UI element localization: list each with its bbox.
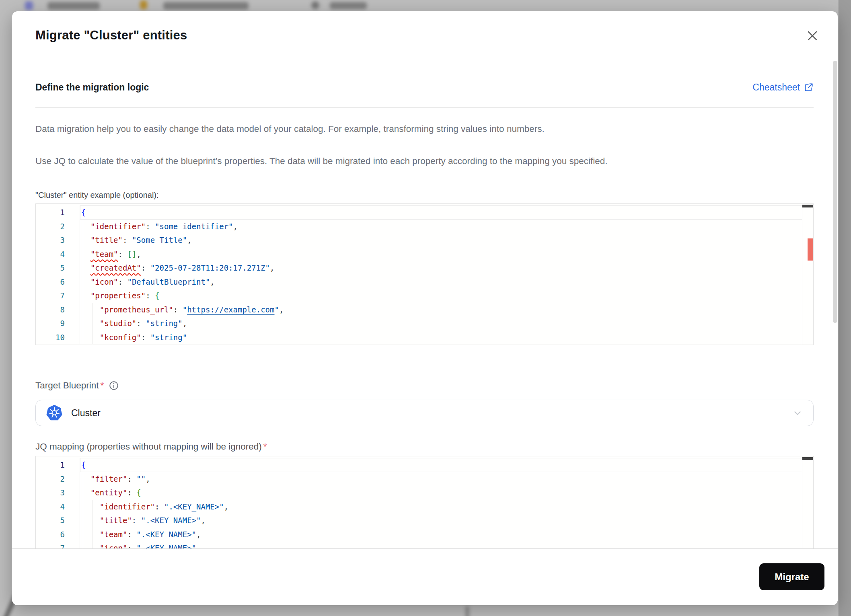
ruler-error-mark <box>808 238 813 261</box>
close-button[interactable] <box>806 29 819 43</box>
code-line: 4 "identifier": ".<KEY_NAME>", <box>36 500 802 514</box>
code-line: 3 "entity": { <box>36 486 802 500</box>
code-line: 6 "icon": "DefaultBlueprint", <box>36 275 802 289</box>
line-number: 1 <box>36 208 80 217</box>
line-number: 9 <box>36 319 80 328</box>
background-bottom-line <box>466 606 469 616</box>
section-divider <box>35 107 814 108</box>
jq-mapping-code-editor[interactable]: 1{2 "filter": "",3 "entity": {4 "identif… <box>35 456 814 548</box>
code-line: 8 "prometheus_url": "https://example.com… <box>36 303 802 317</box>
code-line: 7 "icon": ".<KEY_NAME>", <box>36 541 802 548</box>
modal-scrollbar-thumb[interactable] <box>833 61 837 323</box>
jq-mapping-label: JQ mapping (properties without mapping w… <box>35 441 262 452</box>
background-tab-label <box>47 2 100 10</box>
section-heading: Define the migration logic <box>35 82 149 93</box>
line-number: 4 <box>36 502 80 511</box>
line-number: 2 <box>36 222 80 231</box>
code-line: 6 "team": ".<KEY_NAME>", <box>36 528 802 542</box>
entity-example-label: "Cluster" entity example (optional): <box>35 191 814 200</box>
line-number: 6 <box>36 530 80 539</box>
target-blueprint-label: Target Blueprint <box>35 380 99 391</box>
code-line: 2 "filter": "", <box>36 472 802 486</box>
line-number: 7 <box>36 291 80 300</box>
code-line: 4 "team": [], <box>36 247 802 261</box>
migrate-button[interactable]: Migrate <box>759 563 824 590</box>
info-icon[interactable] <box>109 380 119 391</box>
code-line: 1{ <box>36 458 802 472</box>
editor-overview-ruler-2 <box>802 456 813 548</box>
background-search-label <box>330 2 367 9</box>
code-line: 10 "kconfig": "string" <box>36 331 802 345</box>
line-number: 5 <box>36 516 80 525</box>
line-number: 6 <box>36 277 80 286</box>
modal-body: Define the migration logic Cheatsheet Da… <box>12 59 838 548</box>
cheatsheet-label: Cheatsheet <box>752 82 800 93</box>
code-line: 5 "createdAt": "2025-07-28T11:20:17.271Z… <box>36 261 802 275</box>
migrate-entities-modal: Migrate "Cluster" entities Define the mi… <box>12 11 838 605</box>
required-asterisk-jq: * <box>263 441 267 452</box>
line-number: 8 <box>36 305 80 314</box>
cheatsheet-link[interactable]: Cheatsheet <box>752 82 814 93</box>
background-search-icon <box>311 1 319 9</box>
line-number: 3 <box>36 236 80 244</box>
background-window-scrollbar <box>839 0 851 616</box>
entity-example-code-editor[interactable]: 1{2 "identifier": "some_identifier",3 "t… <box>35 203 814 345</box>
code-line: 1{ <box>36 205 802 220</box>
close-icon <box>806 29 819 43</box>
line-number: 4 <box>36 250 80 259</box>
code-line: 7 "properties": { <box>36 289 802 303</box>
ruler-cursor-mark <box>802 205 813 207</box>
line-number: 1 <box>36 460 80 469</box>
modal-title: Migrate "Cluster" entities <box>35 28 187 43</box>
target-blueprint-select[interactable]: Cluster <box>35 400 814 426</box>
code-line: 9 "studio": "string", <box>36 316 802 331</box>
editor-overview-ruler <box>802 204 813 345</box>
code-line: 2 "identifier": "some_identifier", <box>36 220 802 234</box>
required-asterisk: * <box>101 380 104 391</box>
code-line: 3 "title": "Some Title", <box>36 233 802 247</box>
background-tab-icon-yellow <box>140 0 147 9</box>
line-number: 3 <box>36 488 80 497</box>
external-link-icon <box>804 82 814 92</box>
intro-paragraph-2: Use JQ to calculate the value of the blu… <box>35 156 814 166</box>
ruler-cursor-mark <box>802 457 813 460</box>
code-line: 5 "title": ".<KEY_NAME>", <box>36 513 802 528</box>
modal-footer: Migrate <box>12 548 838 605</box>
line-number: 2 <box>36 474 80 483</box>
modal-header: Migrate "Cluster" entities <box>12 11 838 59</box>
line-number: 5 <box>36 263 80 272</box>
background-tab-label-2 <box>163 2 249 10</box>
background-tab-icon-purple <box>25 1 33 10</box>
line-number: 7 <box>36 544 80 548</box>
line-number: 10 <box>36 333 80 342</box>
chevron-down-icon <box>792 408 803 418</box>
target-blueprint-value: Cluster <box>71 408 101 419</box>
intro-paragraph-1: Data migration help you to easily change… <box>35 124 814 134</box>
kubernetes-icon <box>46 405 62 421</box>
